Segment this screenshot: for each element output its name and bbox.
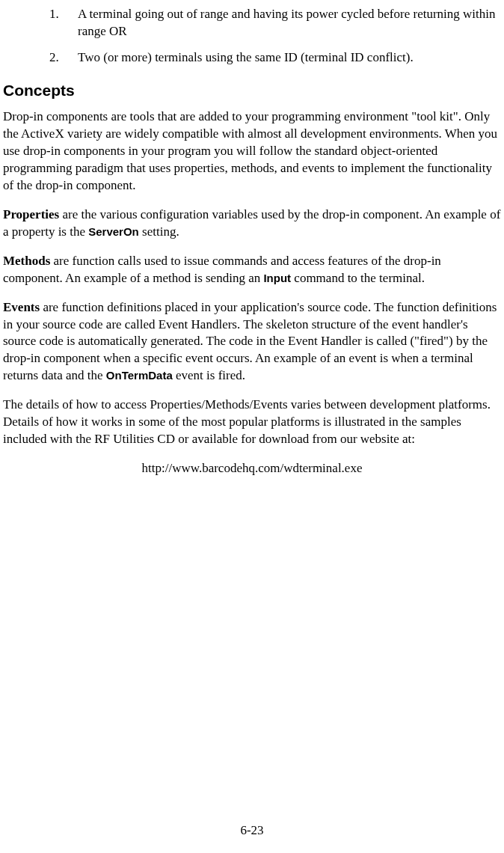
term-events: Events	[3, 300, 40, 314]
list-item: 2. Two (or more) terminals using the sam…	[49, 49, 501, 67]
paragraph-methods: Methods are function calls used to issue…	[3, 253, 501, 287]
code-serveron: ServerOn	[88, 225, 139, 238]
list-item-number: 1.	[49, 6, 59, 23]
code-ontermdata: OnTermData	[106, 369, 173, 382]
paragraph-details: The details of how to access Properties/…	[3, 397, 501, 448]
paragraph-events: Events are function definitions placed i…	[3, 299, 501, 385]
section-heading: Concepts	[3, 80, 501, 101]
text-after: command to the terminal.	[291, 271, 425, 285]
list-item-text: Two (or more) terminals using the same I…	[78, 50, 414, 64]
list-item-text: A terminal going out of range and having…	[78, 7, 496, 38]
text-after: event is fired.	[173, 368, 245, 382]
page-number: 6-23	[0, 822, 504, 840]
text-after: setting.	[139, 224, 179, 239]
term-properties: Properties	[3, 207, 59, 221]
term-methods: Methods	[3, 254, 50, 268]
text-before: are the various configuration variables …	[3, 207, 500, 239]
text-before: are function definitions placed in your …	[3, 300, 497, 383]
list-item-number: 2.	[49, 49, 59, 67]
list-item: 1. A terminal going out of range and hav…	[49, 6, 501, 40]
numbered-list: 1. A terminal going out of range and hav…	[49, 6, 501, 67]
download-url: http://www.barcodehq.com/wdterminal.exe	[3, 460, 501, 477]
paragraph-properties: Properties are the various configuration…	[3, 207, 501, 241]
code-input: Input	[263, 272, 291, 284]
paragraph-dropin: Drop-in components are tools that are ad…	[3, 108, 501, 195]
